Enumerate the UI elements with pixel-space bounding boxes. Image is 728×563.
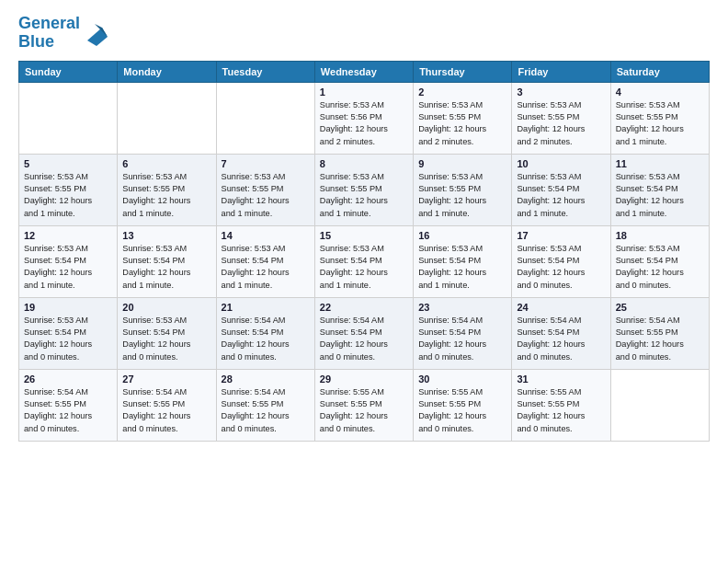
cell-info: Sunrise: 5:53 AM Sunset: 5:54 PM Dayligh… [517, 243, 605, 292]
calendar-cell: 3Sunrise: 5:53 AM Sunset: 5:55 PM Daylig… [512, 82, 610, 154]
calendar-header-row: SundayMondayTuesdayWednesdayThursdayFrid… [19, 61, 710, 82]
calendar-cell [118, 82, 216, 154]
calendar-cell: 12Sunrise: 5:53 AM Sunset: 5:54 PM Dayli… [19, 225, 118, 297]
day-number: 26 [24, 373, 112, 385]
cell-info: Sunrise: 5:53 AM Sunset: 5:54 PM Dayligh… [222, 243, 310, 292]
calendar-cell: 1Sunrise: 5:53 AM Sunset: 5:56 PM Daylig… [314, 82, 413, 154]
logo-icon [82, 20, 108, 46]
cell-info: Sunrise: 5:55 AM Sunset: 5:55 PM Dayligh… [517, 386, 605, 435]
day-number: 3 [517, 86, 605, 98]
cell-info: Sunrise: 5:53 AM Sunset: 5:54 PM Dayligh… [517, 171, 605, 220]
cell-info: Sunrise: 5:53 AM Sunset: 5:54 PM Dayligh… [616, 243, 704, 292]
cell-info: Sunrise: 5:53 AM Sunset: 5:55 PM Dayligh… [418, 99, 506, 148]
calendar-cell: 18Sunrise: 5:53 AM Sunset: 5:54 PM Dayli… [610, 225, 709, 297]
day-number: 15 [320, 230, 408, 241]
day-number: 12 [24, 230, 112, 241]
day-number: 20 [122, 302, 210, 313]
day-number: 2 [418, 86, 506, 98]
cell-info: Sunrise: 5:53 AM Sunset: 5:55 PM Dayligh… [222, 171, 310, 220]
col-header-wednesday: Wednesday [314, 61, 413, 82]
calendar-cell: 29Sunrise: 5:55 AM Sunset: 5:55 PM Dayli… [314, 369, 413, 441]
day-number: 24 [517, 302, 605, 313]
calendar-cell: 24Sunrise: 5:54 AM Sunset: 5:54 PM Dayli… [512, 297, 610, 369]
cell-info: Sunrise: 5:53 AM Sunset: 5:55 PM Dayligh… [122, 171, 210, 220]
cell-info: Sunrise: 5:54 AM Sunset: 5:55 PM Dayligh… [24, 386, 112, 435]
day-number: 5 [24, 158, 112, 169]
calendar-cell: 13Sunrise: 5:53 AM Sunset: 5:54 PM Dayli… [118, 225, 216, 297]
day-number: 25 [616, 302, 704, 313]
day-number: 6 [122, 158, 210, 169]
header: General Blue [18, 15, 710, 52]
calendar-cell: 2Sunrise: 5:53 AM Sunset: 5:55 PM Daylig… [414, 82, 512, 154]
calendar-cell: 9Sunrise: 5:53 AM Sunset: 5:55 PM Daylig… [414, 154, 512, 225]
cell-info: Sunrise: 5:53 AM Sunset: 5:55 PM Dayligh… [616, 99, 704, 148]
cell-info: Sunrise: 5:54 AM Sunset: 5:54 PM Dayligh… [418, 315, 506, 363]
day-number: 8 [320, 158, 408, 169]
day-number: 19 [24, 302, 112, 313]
day-number: 23 [418, 302, 506, 313]
col-header-friday: Friday [512, 61, 610, 82]
calendar-table: SundayMondayTuesdayWednesdayThursdayFrid… [18, 61, 710, 442]
cell-info: Sunrise: 5:53 AM Sunset: 5:54 PM Dayligh… [122, 243, 210, 292]
calendar-cell: 26Sunrise: 5:54 AM Sunset: 5:55 PM Dayli… [19, 369, 118, 441]
calendar-cell: 17Sunrise: 5:53 AM Sunset: 5:54 PM Dayli… [512, 225, 610, 297]
calendar-cell: 28Sunrise: 5:54 AM Sunset: 5:55 PM Dayli… [216, 369, 314, 441]
day-number: 4 [616, 86, 704, 98]
calendar-cell: 6Sunrise: 5:53 AM Sunset: 5:55 PM Daylig… [118, 154, 216, 225]
day-number: 1 [320, 86, 408, 98]
col-header-thursday: Thursday [414, 61, 512, 82]
cell-info: Sunrise: 5:53 AM Sunset: 5:55 PM Dayligh… [517, 99, 605, 148]
cell-info: Sunrise: 5:55 AM Sunset: 5:55 PM Dayligh… [320, 386, 408, 435]
day-number: 11 [616, 158, 704, 169]
calendar-cell: 10Sunrise: 5:53 AM Sunset: 5:54 PM Dayli… [512, 154, 610, 225]
calendar-cell: 27Sunrise: 5:54 AM Sunset: 5:55 PM Dayli… [118, 369, 216, 441]
calendar-cell: 8Sunrise: 5:53 AM Sunset: 5:55 PM Daylig… [314, 154, 413, 225]
cell-info: Sunrise: 5:53 AM Sunset: 5:54 PM Dayligh… [122, 315, 210, 363]
calendar-cell: 31Sunrise: 5:55 AM Sunset: 5:55 PM Dayli… [512, 369, 610, 441]
day-number: 29 [320, 373, 408, 385]
cell-info: Sunrise: 5:54 AM Sunset: 5:55 PM Dayligh… [122, 386, 210, 435]
cell-info: Sunrise: 5:54 AM Sunset: 5:54 PM Dayligh… [517, 315, 605, 363]
calendar-cell [19, 82, 118, 154]
logo-text: General Blue [18, 15, 80, 52]
calendar-cell: 23Sunrise: 5:54 AM Sunset: 5:54 PM Dayli… [414, 297, 512, 369]
cell-info: Sunrise: 5:53 AM Sunset: 5:55 PM Dayligh… [24, 171, 112, 220]
cell-info: Sunrise: 5:54 AM Sunset: 5:54 PM Dayligh… [320, 315, 408, 363]
week-row-1: 5Sunrise: 5:53 AM Sunset: 5:55 PM Daylig… [19, 154, 710, 225]
day-number: 31 [517, 373, 605, 385]
cell-info: Sunrise: 5:53 AM Sunset: 5:55 PM Dayligh… [418, 171, 506, 220]
calendar-cell: 25Sunrise: 5:54 AM Sunset: 5:55 PM Dayli… [610, 297, 709, 369]
day-number: 7 [222, 158, 310, 169]
day-number: 27 [122, 373, 210, 385]
day-number: 30 [418, 373, 506, 385]
day-number: 9 [418, 158, 506, 169]
calendar-cell: 16Sunrise: 5:53 AM Sunset: 5:54 PM Dayli… [414, 225, 512, 297]
day-number: 18 [616, 230, 704, 241]
cell-info: Sunrise: 5:53 AM Sunset: 5:54 PM Dayligh… [24, 243, 112, 292]
week-row-3: 19Sunrise: 5:53 AM Sunset: 5:54 PM Dayli… [19, 297, 710, 369]
calendar-cell: 11Sunrise: 5:53 AM Sunset: 5:54 PM Dayli… [610, 154, 709, 225]
cell-info: Sunrise: 5:53 AM Sunset: 5:54 PM Dayligh… [24, 315, 112, 363]
col-header-saturday: Saturday [610, 61, 709, 82]
calendar-cell: 19Sunrise: 5:53 AM Sunset: 5:54 PM Dayli… [19, 297, 118, 369]
calendar-cell: 7Sunrise: 5:53 AM Sunset: 5:55 PM Daylig… [216, 154, 314, 225]
calendar-cell: 20Sunrise: 5:53 AM Sunset: 5:54 PM Dayli… [118, 297, 216, 369]
day-number: 16 [418, 230, 506, 241]
calendar-cell: 21Sunrise: 5:54 AM Sunset: 5:54 PM Dayli… [216, 297, 314, 369]
calendar-cell: 5Sunrise: 5:53 AM Sunset: 5:55 PM Daylig… [19, 154, 118, 225]
cell-info: Sunrise: 5:53 AM Sunset: 5:56 PM Dayligh… [320, 99, 408, 148]
cell-info: Sunrise: 5:53 AM Sunset: 5:55 PM Dayligh… [320, 171, 408, 220]
calendar-cell: 30Sunrise: 5:55 AM Sunset: 5:55 PM Dayli… [414, 369, 512, 441]
svg-marker-0 [87, 28, 108, 46]
week-row-2: 12Sunrise: 5:53 AM Sunset: 5:54 PM Dayli… [19, 225, 710, 297]
week-row-0: 1Sunrise: 5:53 AM Sunset: 5:56 PM Daylig… [19, 82, 710, 154]
calendar-cell [610, 369, 709, 441]
day-number: 14 [222, 230, 310, 241]
col-header-sunday: Sunday [19, 61, 118, 82]
cell-info: Sunrise: 5:53 AM Sunset: 5:54 PM Dayligh… [418, 243, 506, 292]
cell-info: Sunrise: 5:54 AM Sunset: 5:54 PM Dayligh… [222, 315, 310, 363]
day-number: 28 [222, 373, 310, 385]
calendar-cell: 14Sunrise: 5:53 AM Sunset: 5:54 PM Dayli… [216, 225, 314, 297]
calendar-cell: 15Sunrise: 5:53 AM Sunset: 5:54 PM Dayli… [314, 225, 413, 297]
cell-info: Sunrise: 5:55 AM Sunset: 5:55 PM Dayligh… [418, 386, 506, 435]
